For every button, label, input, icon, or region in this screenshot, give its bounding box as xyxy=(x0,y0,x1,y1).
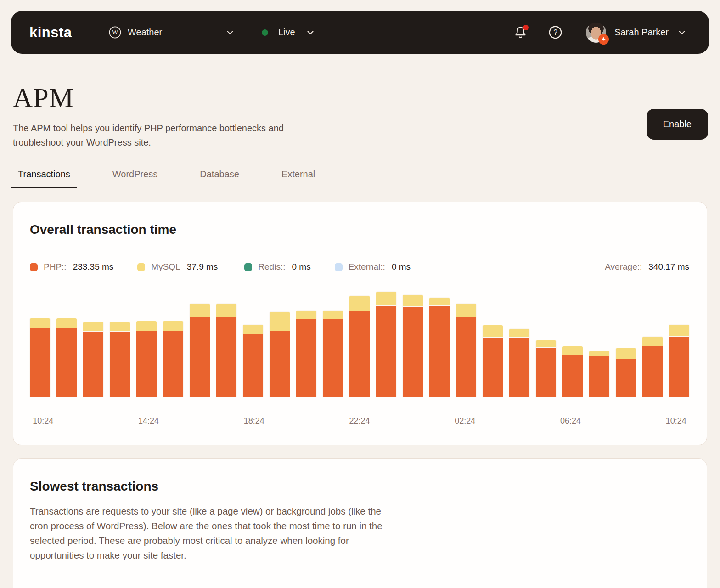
bar-05:24[interactable] xyxy=(536,290,556,397)
topbar: kinsta W Weather Live ? xyxy=(11,11,709,54)
site-selector-label: Weather xyxy=(128,27,162,38)
bar-06:24[interactable] xyxy=(562,290,583,397)
x-tick-label: 10:24 xyxy=(666,416,686,426)
page-description: The APM tool helps you identify PHP perf… xyxy=(13,121,330,150)
overall-card-title: Overall transaction time xyxy=(30,222,689,237)
bar-19:24[interactable] xyxy=(270,290,290,397)
redis-swatch xyxy=(244,263,252,271)
wordpress-icon: W xyxy=(109,26,121,39)
legend-item-mysql: MySQL 37.9 ms xyxy=(137,262,218,272)
slowest-card-description: Transactions are requests to your site (… xyxy=(30,504,399,563)
help-button[interactable]: ? xyxy=(549,26,562,39)
mysql-swatch xyxy=(137,263,145,271)
average-label: Average:: xyxy=(605,262,642,272)
tab-database[interactable]: Database xyxy=(193,169,246,188)
bar-16:24[interactable] xyxy=(190,290,210,397)
page-title: APM xyxy=(13,82,707,114)
x-tick-label: 18:24 xyxy=(244,416,264,426)
legend-item-external: External:: 0 ms xyxy=(335,262,411,272)
user-name: Sarah Parker xyxy=(614,27,669,38)
bar-09:24[interactable] xyxy=(642,290,663,397)
legend-item-redis: Redis:: 0 ms xyxy=(244,262,310,272)
user-avatar[interactable] xyxy=(586,23,606,43)
bar-14:24[interactable] xyxy=(136,290,157,397)
bar-10:24[interactable] xyxy=(30,290,50,397)
x-tick-label: 02:24 xyxy=(455,416,475,426)
svg-text:W: W xyxy=(112,28,118,36)
enable-button[interactable]: Enable xyxy=(647,109,708,140)
legend-item-php: PHP:: 233.35 ms xyxy=(30,262,113,272)
chevron-down-icon[interactable] xyxy=(225,28,235,38)
user-menu-chevron-icon[interactable] xyxy=(677,28,687,38)
page-header: APM The APM tool helps you identify PHP … xyxy=(0,82,720,150)
php-legend-value: 233.35 ms xyxy=(73,262,114,272)
live-status-dot xyxy=(262,29,268,36)
lightning-badge xyxy=(598,34,609,45)
bar-10:24[interactable] xyxy=(669,290,689,397)
bar-18:24[interactable] xyxy=(243,290,263,397)
site-selector[interactable]: W Weather xyxy=(109,26,162,39)
topbar-right-cluster: ? Sarah Parker xyxy=(514,23,687,43)
bar-21:24[interactable] xyxy=(323,290,343,397)
bar-12:24[interactable] xyxy=(83,290,103,397)
chevron-down-icon xyxy=(305,28,315,38)
redis-legend-label: Redis:: xyxy=(258,262,285,272)
environment-label: Live xyxy=(278,27,295,38)
bar-11:24[interactable] xyxy=(56,290,77,397)
bar-20:24[interactable] xyxy=(296,290,316,397)
external-swatch xyxy=(335,263,343,271)
bar-23:24[interactable] xyxy=(376,290,396,397)
x-tick-label: 10:24 xyxy=(33,416,53,426)
bar-07:24[interactable] xyxy=(589,290,609,397)
environment-selector[interactable]: Live xyxy=(262,27,315,38)
bar-03:24[interactable] xyxy=(483,290,503,397)
bar-15:24[interactable] xyxy=(163,290,183,397)
x-tick-label: 06:24 xyxy=(560,416,581,426)
bar-01:24[interactable] xyxy=(429,290,450,397)
slowest-transactions-card: Slowest transactions Transactions are re… xyxy=(13,458,707,588)
lightning-icon xyxy=(601,36,607,42)
bar-17:24[interactable] xyxy=(216,290,236,397)
tab-transactions[interactable]: Transactions xyxy=(11,169,77,188)
external-legend-value: 0 ms xyxy=(392,262,411,272)
tab-external[interactable]: External xyxy=(275,169,322,188)
redis-legend-value: 0 ms xyxy=(292,262,310,272)
mysql-legend-label: MySQL xyxy=(151,262,180,272)
average-value: 340.17 ms xyxy=(648,262,689,272)
x-tick-label: 22:24 xyxy=(349,416,370,426)
tab-wordpress[interactable]: WordPress xyxy=(106,169,165,188)
slowest-card-title: Slowest transactions xyxy=(30,479,690,494)
x-axis: 10:2414:2418:2422:2402:2406:2410:24 xyxy=(30,416,689,426)
tab-bar: Transactions WordPress Database External xyxy=(0,169,720,188)
php-legend-label: PHP:: xyxy=(44,262,67,272)
svg-text:?: ? xyxy=(553,28,557,36)
bar-02:24[interactable] xyxy=(456,290,476,397)
bar-chart xyxy=(30,290,689,397)
overall-transaction-card: Overall transaction time PHP:: 233.35 ms… xyxy=(13,202,707,445)
chart-legend: PHP:: 233.35 ms MySQL 37.9 ms Redis:: 0 … xyxy=(30,262,689,272)
external-legend-label: External:: xyxy=(349,262,385,272)
bar-22:24[interactable] xyxy=(349,290,370,397)
bar-00:24[interactable] xyxy=(403,290,423,397)
notifications-button[interactable] xyxy=(514,26,527,39)
x-tick-label: 14:24 xyxy=(138,416,159,426)
mysql-legend-value: 37.9 ms xyxy=(187,262,218,272)
bar-13:24[interactable] xyxy=(110,290,130,397)
bar-04:24[interactable] xyxy=(509,290,529,397)
notification-badge xyxy=(523,25,529,30)
bar-08:24[interactable] xyxy=(616,290,636,397)
php-swatch xyxy=(30,263,38,271)
legend-average: Average:: 340.17 ms xyxy=(605,262,689,272)
kinsta-logo: kinsta xyxy=(29,24,72,41)
